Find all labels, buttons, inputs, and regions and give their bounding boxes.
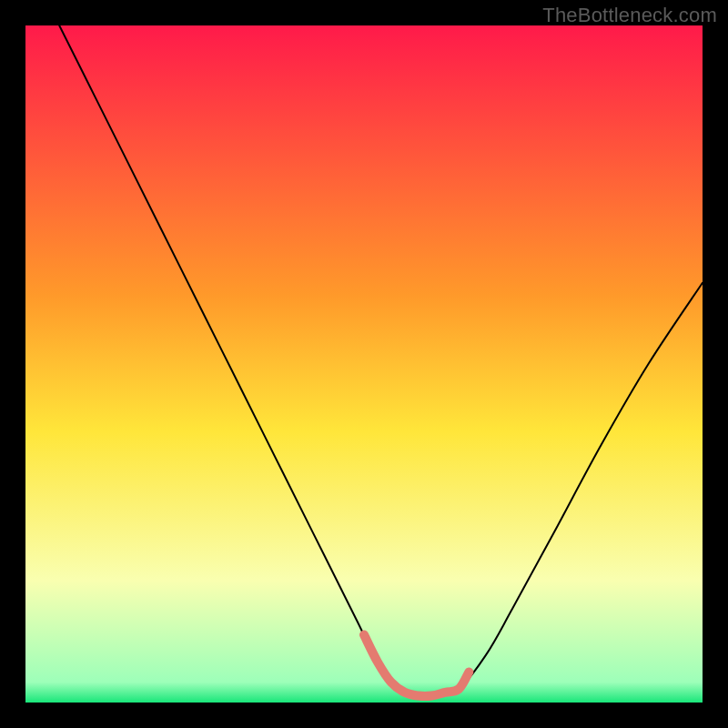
gradient-background	[25, 25, 703, 703]
chart-frame: TheBottleneck.com	[0, 0, 728, 728]
watermark-label: TheBottleneck.com	[542, 4, 717, 27]
plot-area	[25, 25, 703, 703]
chart-svg	[25, 25, 703, 703]
